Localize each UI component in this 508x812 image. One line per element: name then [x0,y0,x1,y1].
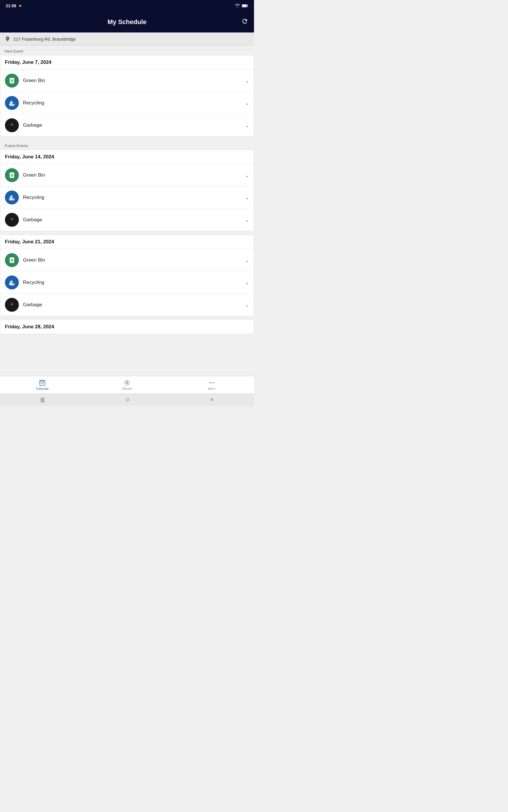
collection-item-left: Green Bin [5,168,45,182]
garbage-item-3[interactable]: Garbage ⌄ [0,294,254,316]
garbage-icon-1 [5,118,19,132]
back-button[interactable]: < [211,397,214,403]
collection-item-left: Garbage [5,118,42,132]
nav-wizard[interactable]: Wizard [85,376,169,393]
event-date-partial: Friday, June 28, 2024 [0,320,254,334]
status-bar-left: 21:58 ★ [6,3,22,8]
chevron-down-icon: ⌄ [245,123,249,128]
scroll-content: Next Event Friday, June 7, 2024 Green Bi… [0,46,254,375]
collection-item-left: Garbage [5,298,42,312]
wifi-icon [235,4,240,8]
svg-point-19 [213,382,214,383]
wizard-icon [124,379,130,386]
svg-rect-2 [242,5,247,7]
garbage-item-1[interactable]: Garbage ⌄ [0,114,254,136]
green-bin-label-3: Green Bin [23,257,45,263]
status-time: 21:58 [6,3,16,8]
bag-icon [8,301,16,308]
garbage-label-1: Garbage [23,122,42,128]
svg-point-17 [209,382,210,383]
status-bar: 21:58 ★ [0,0,254,12]
green-bin-icon-3 [5,253,19,267]
battery-icon [242,4,248,7]
collection-item-left: Recycling [5,96,44,110]
svg-rect-11 [42,383,43,384]
star-icon: ★ [18,4,22,8]
address-bar[interactable]: 217 Fraserburg Rd, Bracebridge [0,33,254,46]
garbage-label-2: Garbage [23,217,42,223]
status-bar-right [235,4,248,8]
location-pin-icon [5,36,10,42]
system-nav-bar: ||| ○ < [0,393,254,406]
green-bin-item-2[interactable]: Green Bin ⌄ [0,164,254,186]
app-header: My Schedule [0,12,254,33]
future-events-label: Future Events [0,140,254,149]
bag-icon [8,122,16,129]
chevron-down-icon: ⌄ [245,280,249,285]
recycle-icon [8,99,16,107]
green-bin-item-3[interactable]: Green Bin ⌄ [0,249,254,271]
more-icon [208,379,215,386]
recycling-icon-3 [5,275,19,289]
svg-rect-6 [40,381,45,385]
recycling-label-1: Recycling [23,100,44,106]
address-text: 217 Fraserburg Rd, Bracebridge [13,37,76,41]
collection-item-left: Recycling [5,190,44,205]
event-card-2: Friday, June 14, 2024 Green Bin ⌄ [0,149,254,231]
event-card-partial: Friday, June 28, 2024 [0,319,254,334]
recycling-label-3: Recycling [23,280,44,285]
next-event-label: Next Event [0,46,254,55]
recycle-icon [8,279,16,286]
svg-rect-10 [41,383,41,384]
green-bin-label-2: Green Bin [23,172,45,178]
refresh-icon [241,18,248,25]
recycling-label-2: Recycling [23,195,44,200]
chevron-down-icon: ⌄ [245,195,249,200]
nav-calendar[interactable]: Calendar [0,376,85,393]
event-card-1: Friday, June 7, 2024 Green Bin ⌄ [0,55,254,137]
collection-item-left: Green Bin [5,74,45,88]
garbage-item-2[interactable]: Garbage ⌄ [0,209,254,231]
home-button[interactable]: ○ [126,396,129,403]
event-card-3: Friday, June 21, 2024 Green Bin ⌄ [0,234,254,316]
recycling-item-1[interactable]: Recycling ⌄ [0,92,254,114]
svg-point-16 [127,382,128,383]
trash-icon [8,171,16,179]
chevron-down-icon: ⌄ [245,78,249,84]
nav-more[interactable]: More [169,376,254,393]
chevron-down-icon: ⌄ [245,302,249,308]
trash-icon [8,77,16,84]
refresh-button[interactable] [241,18,248,27]
garbage-icon-3 [5,298,19,312]
collection-item-left: Garbage [5,213,42,227]
garbage-icon-2 [5,213,19,227]
recycling-item-2[interactable]: Recycling ⌄ [0,186,254,209]
chevron-down-icon: ⌄ [245,258,249,263]
green-bin-item-1[interactable]: Green Bin ⌄ [0,70,254,92]
chevron-down-icon: ⌄ [245,100,249,106]
green-bin-label-1: Green Bin [23,78,45,84]
page-title: My Schedule [108,18,146,26]
green-bin-icon-2 [5,168,19,182]
green-bin-icon-1 [5,74,19,88]
chevron-down-icon: ⌄ [245,173,249,178]
collection-item-left: Green Bin [5,253,45,267]
bag-icon [8,216,16,224]
svg-rect-12 [43,383,44,384]
menu-button[interactable]: ||| [41,397,45,403]
recycling-icon-1 [5,96,19,110]
bottom-nav: Calendar Wizard More [0,376,254,393]
event-date-1: Friday, June 7, 2024 [0,55,254,70]
recycle-icon [8,194,16,201]
recycling-icon-2 [5,190,19,205]
collection-item-left: Recycling [5,275,44,289]
garbage-label-3: Garbage [23,302,42,308]
event-date-3: Friday, June 21, 2024 [0,235,254,249]
chevron-down-icon: ⌄ [245,217,249,223]
svg-rect-1 [247,5,248,6]
calendar-nav-label: Calendar [36,387,49,390]
svg-point-18 [211,382,212,383]
event-date-2: Friday, June 14, 2024 [0,150,254,164]
recycling-item-3[interactable]: Recycling ⌄ [0,271,254,294]
calendar-icon [39,379,46,386]
